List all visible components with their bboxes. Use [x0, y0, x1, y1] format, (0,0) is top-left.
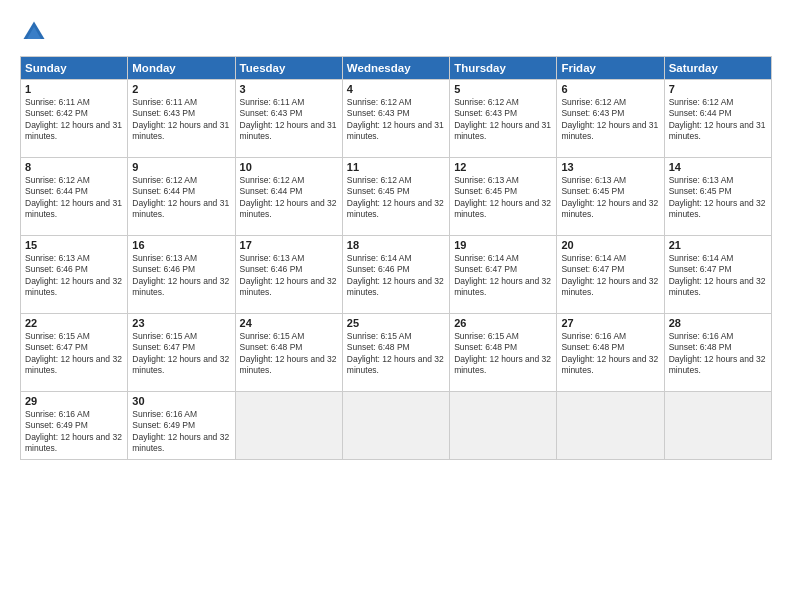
day-number: 15 [25, 239, 123, 251]
day-details: Sunrise: 6:15 AMSunset: 6:48 PMDaylight:… [347, 331, 445, 377]
day-details: Sunrise: 6:14 AMSunset: 6:47 PMDaylight:… [669, 253, 767, 299]
day-number: 10 [240, 161, 338, 173]
day-details: Sunrise: 6:15 AMSunset: 6:47 PMDaylight:… [25, 331, 123, 377]
calendar-day-cell: 9Sunrise: 6:12 AMSunset: 6:44 PMDaylight… [128, 158, 235, 236]
day-number: 5 [454, 83, 552, 95]
day-number: 6 [561, 83, 659, 95]
day-details: Sunrise: 6:12 AMSunset: 6:43 PMDaylight:… [454, 97, 552, 143]
day-details: Sunrise: 6:14 AMSunset: 6:47 PMDaylight:… [561, 253, 659, 299]
day-details: Sunrise: 6:15 AMSunset: 6:48 PMDaylight:… [240, 331, 338, 377]
day-number: 27 [561, 317, 659, 329]
calendar-day-cell: 25Sunrise: 6:15 AMSunset: 6:48 PMDayligh… [342, 314, 449, 392]
calendar-day-cell: 15Sunrise: 6:13 AMSunset: 6:46 PMDayligh… [21, 236, 128, 314]
calendar-day-cell: 26Sunrise: 6:15 AMSunset: 6:48 PMDayligh… [450, 314, 557, 392]
calendar-day-cell [557, 392, 664, 460]
day-number: 8 [25, 161, 123, 173]
day-details: Sunrise: 6:15 AMSunset: 6:48 PMDaylight:… [454, 331, 552, 377]
day-number: 19 [454, 239, 552, 251]
day-number: 28 [669, 317, 767, 329]
calendar-header-row: SundayMondayTuesdayWednesdayThursdayFrid… [21, 57, 772, 80]
calendar-day-cell: 18Sunrise: 6:14 AMSunset: 6:46 PMDayligh… [342, 236, 449, 314]
calendar-day-cell: 13Sunrise: 6:13 AMSunset: 6:45 PMDayligh… [557, 158, 664, 236]
day-number: 20 [561, 239, 659, 251]
day-number: 23 [132, 317, 230, 329]
calendar-day-cell: 28Sunrise: 6:16 AMSunset: 6:48 PMDayligh… [664, 314, 771, 392]
day-number: 4 [347, 83, 445, 95]
day-details: Sunrise: 6:12 AMSunset: 6:43 PMDaylight:… [561, 97, 659, 143]
day-number: 1 [25, 83, 123, 95]
calendar-day-cell: 1Sunrise: 6:11 AMSunset: 6:42 PMDaylight… [21, 80, 128, 158]
calendar-day-cell: 29Sunrise: 6:16 AMSunset: 6:49 PMDayligh… [21, 392, 128, 460]
day-details: Sunrise: 6:13 AMSunset: 6:45 PMDaylight:… [669, 175, 767, 221]
calendar-week-row: 1Sunrise: 6:11 AMSunset: 6:42 PMDaylight… [21, 80, 772, 158]
calendar-week-row: 8Sunrise: 6:12 AMSunset: 6:44 PMDaylight… [21, 158, 772, 236]
day-details: Sunrise: 6:13 AMSunset: 6:46 PMDaylight:… [132, 253, 230, 299]
day-number: 12 [454, 161, 552, 173]
day-number: 21 [669, 239, 767, 251]
calendar-day-cell [450, 392, 557, 460]
day-details: Sunrise: 6:13 AMSunset: 6:46 PMDaylight:… [25, 253, 123, 299]
day-number: 14 [669, 161, 767, 173]
calendar-day-cell: 6Sunrise: 6:12 AMSunset: 6:43 PMDaylight… [557, 80, 664, 158]
day-number: 2 [132, 83, 230, 95]
day-number: 17 [240, 239, 338, 251]
calendar-weekday-saturday: Saturday [664, 57, 771, 80]
calendar-day-cell: 23Sunrise: 6:15 AMSunset: 6:47 PMDayligh… [128, 314, 235, 392]
calendar-day-cell: 16Sunrise: 6:13 AMSunset: 6:46 PMDayligh… [128, 236, 235, 314]
day-number: 18 [347, 239, 445, 251]
calendar-weekday-wednesday: Wednesday [342, 57, 449, 80]
calendar-table: SundayMondayTuesdayWednesdayThursdayFrid… [20, 56, 772, 460]
day-details: Sunrise: 6:13 AMSunset: 6:45 PMDaylight:… [561, 175, 659, 221]
day-details: Sunrise: 6:16 AMSunset: 6:49 PMDaylight:… [25, 409, 123, 455]
calendar-day-cell [342, 392, 449, 460]
logo-icon [20, 18, 48, 46]
day-details: Sunrise: 6:11 AMSunset: 6:43 PMDaylight:… [132, 97, 230, 143]
day-details: Sunrise: 6:13 AMSunset: 6:45 PMDaylight:… [454, 175, 552, 221]
day-details: Sunrise: 6:14 AMSunset: 6:46 PMDaylight:… [347, 253, 445, 299]
calendar-weekday-monday: Monday [128, 57, 235, 80]
day-number: 13 [561, 161, 659, 173]
calendar-day-cell: 12Sunrise: 6:13 AMSunset: 6:45 PMDayligh… [450, 158, 557, 236]
day-number: 3 [240, 83, 338, 95]
logo [20, 18, 52, 46]
calendar-day-cell: 21Sunrise: 6:14 AMSunset: 6:47 PMDayligh… [664, 236, 771, 314]
calendar-day-cell: 19Sunrise: 6:14 AMSunset: 6:47 PMDayligh… [450, 236, 557, 314]
day-details: Sunrise: 6:12 AMSunset: 6:43 PMDaylight:… [347, 97, 445, 143]
day-details: Sunrise: 6:15 AMSunset: 6:47 PMDaylight:… [132, 331, 230, 377]
calendar-weekday-tuesday: Tuesday [235, 57, 342, 80]
calendar-day-cell: 22Sunrise: 6:15 AMSunset: 6:47 PMDayligh… [21, 314, 128, 392]
calendar-day-cell: 20Sunrise: 6:14 AMSunset: 6:47 PMDayligh… [557, 236, 664, 314]
day-details: Sunrise: 6:12 AMSunset: 6:45 PMDaylight:… [347, 175, 445, 221]
day-details: Sunrise: 6:12 AMSunset: 6:44 PMDaylight:… [25, 175, 123, 221]
calendar-day-cell: 14Sunrise: 6:13 AMSunset: 6:45 PMDayligh… [664, 158, 771, 236]
calendar-day-cell: 4Sunrise: 6:12 AMSunset: 6:43 PMDaylight… [342, 80, 449, 158]
calendar-day-cell: 24Sunrise: 6:15 AMSunset: 6:48 PMDayligh… [235, 314, 342, 392]
day-number: 25 [347, 317, 445, 329]
calendar-day-cell: 17Sunrise: 6:13 AMSunset: 6:46 PMDayligh… [235, 236, 342, 314]
day-number: 7 [669, 83, 767, 95]
calendar-day-cell: 10Sunrise: 6:12 AMSunset: 6:44 PMDayligh… [235, 158, 342, 236]
page: SundayMondayTuesdayWednesdayThursdayFrid… [0, 0, 792, 612]
day-number: 29 [25, 395, 123, 407]
calendar-weekday-friday: Friday [557, 57, 664, 80]
day-number: 30 [132, 395, 230, 407]
day-details: Sunrise: 6:13 AMSunset: 6:46 PMDaylight:… [240, 253, 338, 299]
calendar-day-cell [235, 392, 342, 460]
day-number: 24 [240, 317, 338, 329]
day-number: 22 [25, 317, 123, 329]
calendar-day-cell: 11Sunrise: 6:12 AMSunset: 6:45 PMDayligh… [342, 158, 449, 236]
day-number: 16 [132, 239, 230, 251]
day-details: Sunrise: 6:12 AMSunset: 6:44 PMDaylight:… [240, 175, 338, 221]
day-number: 11 [347, 161, 445, 173]
calendar-day-cell: 30Sunrise: 6:16 AMSunset: 6:49 PMDayligh… [128, 392, 235, 460]
header [20, 18, 772, 46]
day-number: 26 [454, 317, 552, 329]
day-details: Sunrise: 6:11 AMSunset: 6:42 PMDaylight:… [25, 97, 123, 143]
calendar-weekday-thursday: Thursday [450, 57, 557, 80]
day-details: Sunrise: 6:16 AMSunset: 6:49 PMDaylight:… [132, 409, 230, 455]
calendar-day-cell: 7Sunrise: 6:12 AMSunset: 6:44 PMDaylight… [664, 80, 771, 158]
calendar-day-cell: 2Sunrise: 6:11 AMSunset: 6:43 PMDaylight… [128, 80, 235, 158]
day-details: Sunrise: 6:14 AMSunset: 6:47 PMDaylight:… [454, 253, 552, 299]
calendar-week-row: 29Sunrise: 6:16 AMSunset: 6:49 PMDayligh… [21, 392, 772, 460]
calendar-day-cell: 27Sunrise: 6:16 AMSunset: 6:48 PMDayligh… [557, 314, 664, 392]
